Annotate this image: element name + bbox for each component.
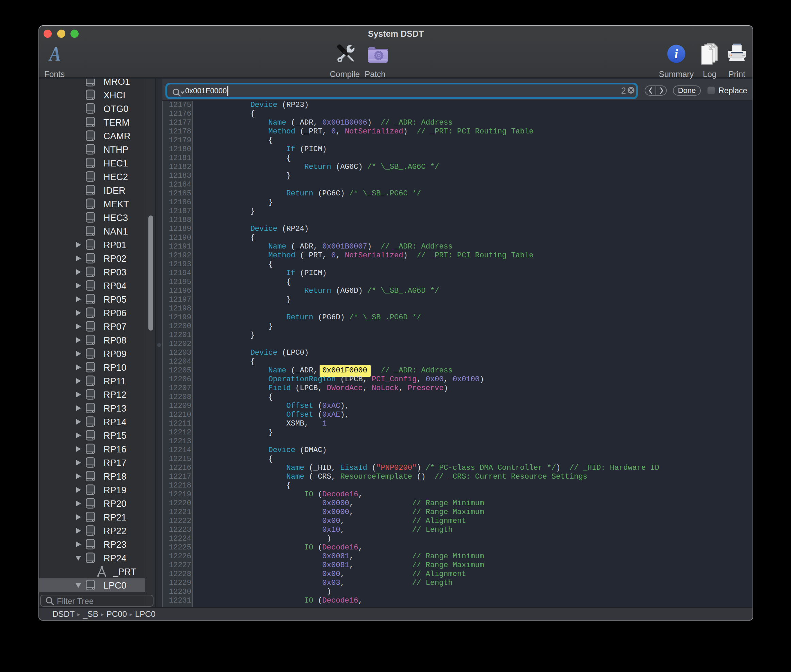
svg-text:A: A [48,45,61,63]
svg-text:i: i [674,46,678,61]
